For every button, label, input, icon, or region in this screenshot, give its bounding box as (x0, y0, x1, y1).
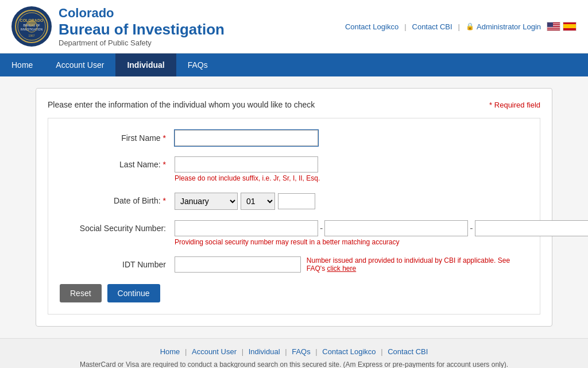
form-header: Please enter the information of the indi… (48, 100, 540, 109)
title-subtitle: Department of Public Safety (59, 39, 225, 47)
title-line1: Colorado (59, 6, 225, 21)
admin-login-link[interactable]: 🔒 Administrator Login (466, 22, 541, 31)
site-title: Colorado Bureau of Investigation Departm… (59, 6, 225, 47)
nav-home[interactable]: Home (0, 53, 44, 76)
footer-sep1: | (185, 347, 189, 356)
last-name-label: Last Name: * (60, 156, 175, 169)
flag-es-icon[interactable] (563, 22, 577, 31)
ssn-part1-input[interactable] (175, 220, 318, 236)
first-name-field (175, 130, 528, 146)
continue-button[interactable]: Continue (107, 284, 160, 302)
ssn-label: Social Security Number: (60, 220, 175, 233)
lock-icon: 🔒 (466, 22, 474, 30)
footer-account-user-link[interactable]: Account User (192, 347, 237, 356)
ssn-separator2: - (470, 223, 473, 233)
ssn-separator1: - (320, 223, 323, 233)
button-row: Reset Continue (60, 284, 528, 302)
ssn-row: Social Security Number: - - Providing so… (60, 220, 528, 246)
footer-sep5: | (381, 347, 385, 356)
contact-logikco-link[interactable]: Contact Logikco (345, 22, 399, 31)
header: COLORADO BUREAU OF INVESTIGATION 1967 Co… (0, 0, 588, 53)
logo-area: COLORADO BUREAU OF INVESTIGATION 1967 Co… (11, 6, 225, 47)
form-container: Please enter the information of the indi… (36, 88, 552, 327)
first-name-label: First Name * (60, 130, 175, 143)
dob-group: January February March April May June Ju… (175, 193, 528, 210)
idt-field: Number issued and provided to individual… (175, 256, 528, 273)
last-name-row: Last Name: * Please do not include suffi… (60, 156, 528, 182)
ssn-field: - - Providing social security number may… (175, 220, 588, 246)
ssn-part2-input[interactable] (324, 220, 468, 236)
form-instruction: Please enter the information of the indi… (48, 100, 315, 109)
form-inner: First Name * Last Name: * Please do not … (48, 118, 540, 315)
logo-icon: COLORADO BUREAU OF INVESTIGATION 1967 (14, 9, 49, 44)
footer-individual-link[interactable]: Individual (249, 347, 280, 356)
footer-sep4: | (315, 347, 319, 356)
nav-faqs[interactable]: FAQs (176, 53, 219, 76)
nav-account-user[interactable]: Account User (44, 53, 115, 76)
main-content: Please enter the information of the indi… (0, 76, 588, 338)
main-nav: Home Account User Individual FAQs (0, 53, 588, 76)
dob-month-select[interactable]: January February March April May June Ju… (175, 193, 238, 210)
svg-text:1967: 1967 (28, 34, 34, 37)
last-name-field: Please do not include suffix, i.e. Jr, S… (175, 156, 528, 182)
idt-row: IDT Number Number issued and provided to… (60, 256, 528, 273)
separator1: | (404, 22, 406, 31)
required-note: * Required field (489, 101, 540, 109)
contact-cbi-link[interactable]: Contact CBI (412, 22, 452, 31)
last-name-required: * (163, 160, 166, 169)
footer-contact-logikco-link[interactable]: Contact Logikco (322, 347, 376, 356)
header-links: Contact Logikco | Contact CBI | 🔒 Admini… (345, 22, 577, 31)
footer: Home | Account User | Individual | FAQs … (0, 338, 588, 368)
idt-label: IDT Number (60, 256, 175, 269)
ssn-group: - - (175, 220, 588, 236)
first-name-row: First Name * (60, 130, 528, 146)
footer-sep3: | (285, 347, 289, 356)
title-line2: Bureau of Investigation (59, 21, 225, 39)
footer-faqs-link[interactable]: FAQs (292, 347, 311, 356)
idt-faq-link[interactable]: click here (327, 264, 356, 273)
dob-required: * (163, 196, 166, 205)
footer-sep2: | (242, 347, 246, 356)
first-name-required: * (163, 133, 166, 143)
dob-field: January February March April May June Ju… (175, 193, 528, 210)
reset-button[interactable]: Reset (60, 284, 102, 302)
idt-hint: Number issued and provided to individual… (307, 256, 528, 273)
first-name-input[interactable] (175, 130, 318, 146)
logo: COLORADO BUREAU OF INVESTIGATION 1967 (11, 6, 52, 47)
idt-input[interactable] (175, 256, 301, 273)
last-name-input[interactable] (175, 156, 318, 172)
footer-contact-cbi-link[interactable]: Contact CBI (388, 347, 428, 356)
nav-individual[interactable]: Individual (115, 53, 176, 76)
dob-label: Date of Birth: * (60, 193, 175, 205)
ssn-part3-input[interactable] (475, 220, 588, 236)
footer-nav: Home | Account User | Individual | FAQs … (9, 347, 579, 356)
footer-legal: MasterCard or Visa are required to condu… (9, 361, 579, 368)
language-flags (547, 22, 577, 31)
flag-us-icon[interactable] (547, 22, 560, 31)
dob-day-select[interactable]: 01020304 05060708 09101112 13141516 1718… (241, 193, 275, 210)
svg-text:INVESTIGATION: INVESTIGATION (21, 28, 43, 31)
dob-year-input[interactable] (278, 193, 315, 209)
idt-group: Number issued and provided to individual… (175, 256, 528, 273)
dob-row: Date of Birth: * January February March … (60, 193, 528, 210)
separator2: | (458, 22, 460, 31)
ssn-hint: Providing social security number may res… (175, 238, 588, 246)
footer-home-link[interactable]: Home (160, 347, 180, 356)
last-name-hint: Please do not include suffix, i.e. Jr, S… (175, 174, 528, 182)
